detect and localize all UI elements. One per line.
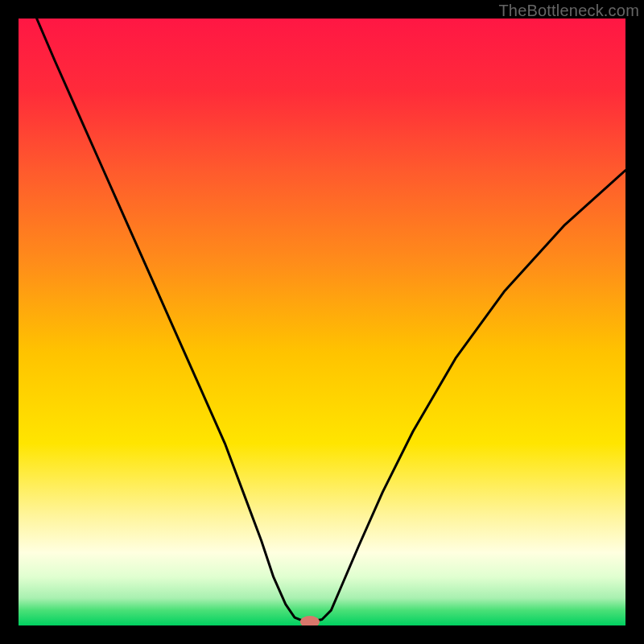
chart-frame: TheBottleneck.com [0,0,644,644]
attribution-text: TheBottleneck.com [498,2,639,20]
chart-svg [19,19,625,625]
plot-area [19,19,625,625]
gradient-background [19,19,625,625]
